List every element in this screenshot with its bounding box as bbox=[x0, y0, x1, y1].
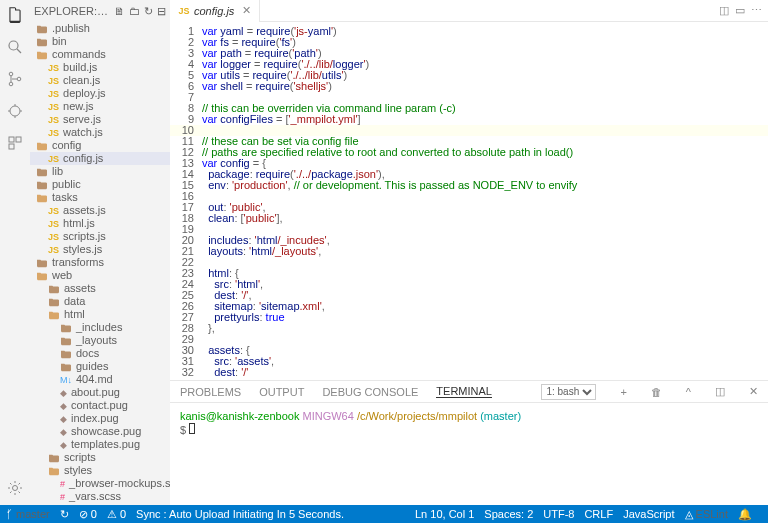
code-line[interactable]: env: 'production', // or development. Th… bbox=[202, 180, 768, 191]
tree-item-html-js[interactable]: JShtml.js bbox=[30, 217, 170, 230]
tree-item-docs[interactable]: docs bbox=[30, 347, 170, 360]
collapse-icon[interactable]: ⊟ bbox=[157, 5, 166, 18]
maximize-panel-icon[interactable]: ^ bbox=[686, 386, 691, 398]
tree-item-contact-pug[interactable]: ◆contact.pug bbox=[30, 399, 170, 412]
terminal-select[interactable]: 1: bash bbox=[541, 384, 596, 400]
close-icon[interactable]: ✕ bbox=[242, 4, 251, 17]
close-panel-icon[interactable]: ✕ bbox=[749, 385, 758, 398]
new-folder-icon[interactable]: 🗀 bbox=[129, 5, 140, 17]
tab-config-js[interactable]: JS config.js ✕ bbox=[170, 0, 260, 22]
new-terminal-icon[interactable]: + bbox=[620, 386, 626, 398]
split-icon[interactable]: ◫ bbox=[719, 4, 729, 17]
settings-icon[interactable] bbox=[6, 479, 24, 497]
code-line[interactable]: var shell = require('shelljs') bbox=[202, 81, 768, 92]
code-text[interactable]: var yaml = require('js-yaml')var fs = re… bbox=[202, 22, 768, 380]
status-encoding[interactable]: UTF-8 bbox=[543, 508, 574, 520]
status-sync-icon[interactable]: ↻ bbox=[60, 508, 69, 521]
search-icon[interactable] bbox=[6, 38, 24, 56]
tree-item-about-pug[interactable]: ◆about.pug bbox=[30, 386, 170, 399]
tree-item-assets-js[interactable]: JSassets.js bbox=[30, 204, 170, 217]
code-line[interactable] bbox=[202, 257, 768, 268]
code-line[interactable]: var configFiles = ['_mmpilot.yml'] bbox=[202, 114, 768, 125]
tree-item-new-js[interactable]: JSnew.js bbox=[30, 100, 170, 113]
status-spaces[interactable]: Spaces: 2 bbox=[484, 508, 533, 520]
tree-item-config[interactable]: config bbox=[30, 139, 170, 152]
new-file-icon[interactable]: 🗎 bbox=[114, 5, 125, 17]
tree-item-label: data bbox=[64, 295, 85, 308]
tree-item--vars-scss[interactable]: #_vars.scss bbox=[30, 490, 170, 503]
tree-item--publish[interactable]: .publish bbox=[30, 22, 170, 35]
tree-item-build-js[interactable]: JSbuild.js bbox=[30, 61, 170, 74]
status-errors[interactable]: ⊘ 0 bbox=[79, 508, 97, 521]
tree-item--browser-mockups-scss[interactable]: #_browser-mockups.scss bbox=[30, 477, 170, 490]
tree-item-guides[interactable]: guides bbox=[30, 360, 170, 373]
code-line[interactable]: prettyurls: true bbox=[202, 312, 768, 323]
tree-item-transforms[interactable]: transforms bbox=[30, 256, 170, 269]
tree-item-styles-js[interactable]: JSstyles.js bbox=[30, 243, 170, 256]
code-line[interactable]: html: { bbox=[202, 268, 768, 279]
tab-output[interactable]: OUTPUT bbox=[259, 386, 304, 398]
js-file-icon: JS bbox=[48, 243, 59, 257]
tree-item--layouts[interactable]: _layouts bbox=[30, 334, 170, 347]
tree-item-serve-js[interactable]: JSserve.js bbox=[30, 113, 170, 126]
code-line[interactable] bbox=[202, 334, 768, 345]
code-line[interactable]: // paths are specified relative to root … bbox=[202, 147, 768, 158]
status-eol[interactable]: CRLF bbox=[584, 508, 613, 520]
tab-problems[interactable]: PROBLEMS bbox=[180, 386, 241, 398]
code-line[interactable]: }, bbox=[202, 323, 768, 334]
tree-item-commands[interactable]: commands bbox=[30, 48, 170, 61]
status-warnings[interactable]: ⚠ 0 bbox=[107, 508, 126, 521]
tree-item-config-js[interactable]: JSconfig.js bbox=[30, 152, 170, 165]
tree-item-web[interactable]: web bbox=[30, 269, 170, 282]
extensions-icon[interactable] bbox=[6, 134, 24, 152]
tree-item-public[interactable]: public bbox=[30, 178, 170, 191]
code-area[interactable]: 1234567891011121314151617181920212223242… bbox=[170, 22, 768, 380]
code-line[interactable]: src: 'assets', bbox=[202, 356, 768, 367]
toggle-icon[interactable]: ▭ bbox=[735, 4, 745, 17]
tree-item-styles[interactable]: styles bbox=[30, 464, 170, 477]
tree-item-deploy-js[interactable]: JSdeploy.js bbox=[30, 87, 170, 100]
status-eslint[interactable]: ◬ ESLint bbox=[685, 508, 728, 521]
debug-icon[interactable] bbox=[6, 102, 24, 120]
code-line[interactable]: assets: { bbox=[202, 345, 768, 356]
explorer-icon[interactable] bbox=[6, 6, 24, 24]
status-ln-col[interactable]: Ln 10, Col 1 bbox=[415, 508, 474, 520]
status-sync-msg[interactable]: Sync : Auto Upload Initiating In 5 Secon… bbox=[136, 508, 344, 520]
tab-terminal[interactable]: TERMINAL bbox=[436, 385, 492, 398]
status-branch[interactable]: ᚶ master bbox=[6, 508, 50, 520]
split-terminal-icon[interactable]: ◫ bbox=[715, 385, 725, 398]
code-line[interactable]: src: 'html', bbox=[202, 279, 768, 290]
code-line[interactable]: sitemap: 'sitemap.xml', bbox=[202, 301, 768, 312]
tree-item-assets[interactable]: assets bbox=[30, 282, 170, 295]
tree-item-label: about.pug bbox=[71, 386, 120, 399]
tree-item-templates-pug[interactable]: ◆templates.pug bbox=[30, 438, 170, 451]
code-line[interactable]: clean: ['public'], bbox=[202, 213, 768, 224]
refresh-icon[interactable]: ↻ bbox=[144, 5, 153, 18]
tree-item-tasks[interactable]: tasks bbox=[30, 191, 170, 204]
code-line[interactable]: layouts: 'html/_layouts', bbox=[202, 246, 768, 257]
folder-icon bbox=[60, 349, 72, 359]
tree-item-bin[interactable]: bin bbox=[30, 35, 170, 48]
tab-debug[interactable]: DEBUG CONSOLE bbox=[322, 386, 418, 398]
source-control-icon[interactable] bbox=[6, 70, 24, 88]
tree-item-watch-js[interactable]: JSwatch.js bbox=[30, 126, 170, 139]
code-line[interactable]: dest: '/' bbox=[202, 367, 768, 378]
status-bell-icon[interactable]: 🔔 bbox=[738, 508, 752, 521]
code-line[interactable] bbox=[202, 191, 768, 202]
tree-item--includes[interactable]: _includes bbox=[30, 321, 170, 334]
code-line[interactable]: out: 'public', bbox=[202, 202, 768, 213]
tree-item-data[interactable]: data bbox=[30, 295, 170, 308]
status-lang[interactable]: JavaScript bbox=[623, 508, 674, 520]
tree-item-index-pug[interactable]: ◆index.pug bbox=[30, 412, 170, 425]
tree-item-clean-js[interactable]: JSclean.js bbox=[30, 74, 170, 87]
more-icon[interactable]: ⋯ bbox=[751, 4, 762, 17]
tree-item-scripts-js[interactable]: JSscripts.js bbox=[30, 230, 170, 243]
tree-item-lib[interactable]: lib bbox=[30, 165, 170, 178]
tree-item-scripts[interactable]: scripts bbox=[30, 451, 170, 464]
terminal[interactable]: kanis@kanishk-zenbook MINGW64 /c/Work/pr… bbox=[170, 403, 768, 443]
file-tree: .publishbincommandsJSbuild.jsJSclean.jsJ… bbox=[30, 22, 170, 505]
kill-terminal-icon[interactable]: 🗑 bbox=[651, 386, 662, 398]
tree-item-html[interactable]: html bbox=[30, 308, 170, 321]
tree-item-404-md[interactable]: M↓404.md bbox=[30, 373, 170, 386]
tree-item-showcase-pug[interactable]: ◆showcase.pug bbox=[30, 425, 170, 438]
